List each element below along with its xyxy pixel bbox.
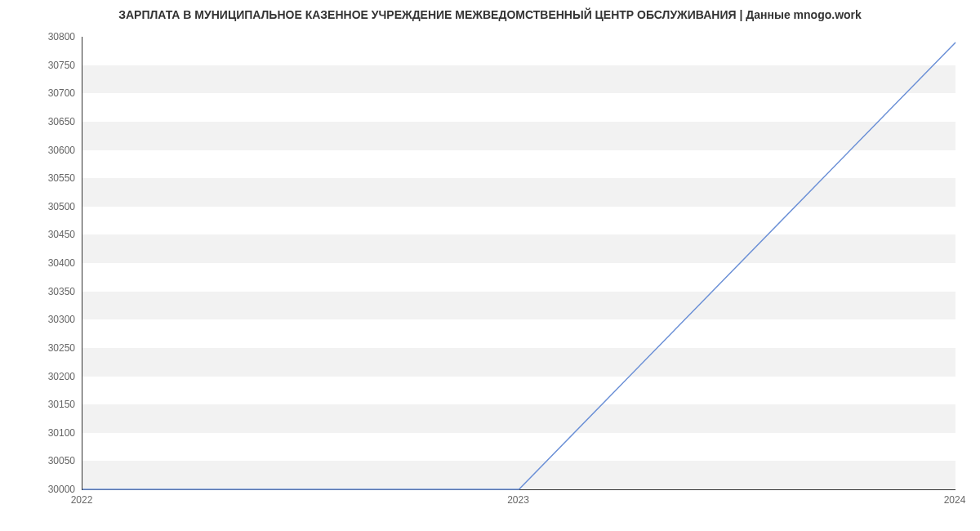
y-tick-label: 30300	[10, 314, 75, 325]
y-tick-label: 30700	[10, 87, 75, 99]
y-tick-label: 30600	[10, 145, 75, 156]
y-tick-label: 30500	[10, 201, 75, 212]
y-tick-label: 30050	[10, 455, 75, 466]
x-tick-label: 2023	[507, 494, 529, 506]
y-tick-label: 30000	[10, 484, 75, 495]
x-tick-label: 2024	[944, 494, 966, 506]
y-tick-label: 30650	[10, 116, 75, 127]
chart-title: ЗАРПЛАТА В МУНИЦИПАЛЬНОЕ КАЗЕННОЕ УЧРЕЖД…	[0, 8, 980, 21]
chart-container: ЗАРПЛАТА В МУНИЦИПАЛЬНОЕ КАЗЕННОЕ УЧРЕЖД…	[0, 0, 980, 531]
y-tick-label: 30350	[10, 286, 75, 297]
line-layer	[82, 37, 956, 489]
y-tick-label: 30100	[10, 427, 75, 439]
y-tick-label: 30400	[10, 257, 75, 269]
y-tick-label: 30750	[10, 60, 75, 71]
y-tick-label: 30200	[10, 371, 75, 382]
x-tick-label: 2022	[71, 494, 93, 506]
y-tick-label: 30250	[10, 342, 75, 354]
data-line	[82, 42, 956, 489]
y-tick-label: 30450	[10, 229, 75, 240]
y-tick-label: 30800	[10, 31, 75, 42]
y-tick-label: 30150	[10, 399, 75, 410]
y-tick-label: 30550	[10, 172, 75, 184]
plot-area	[82, 37, 956, 490]
